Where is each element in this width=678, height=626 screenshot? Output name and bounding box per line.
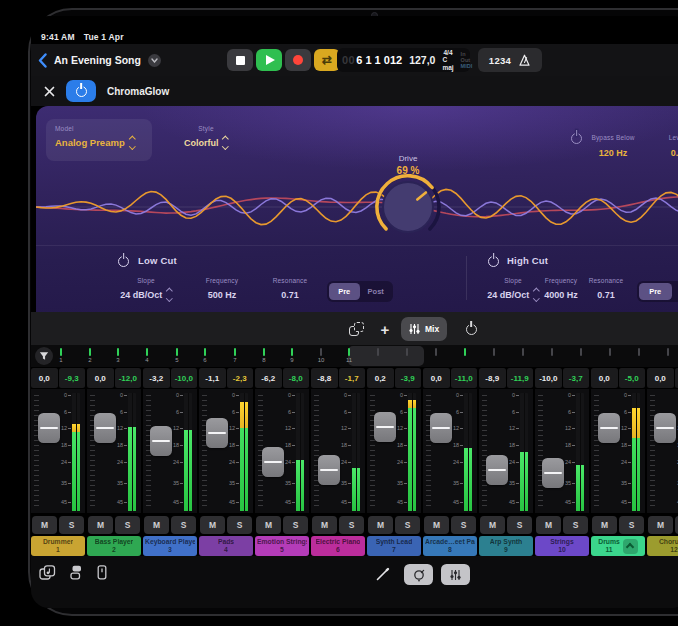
peak-value[interactable]: -11,9	[507, 368, 534, 388]
bar-ruler[interactable]: 1234567891011	[31, 345, 678, 367]
peak-value[interactable]: -11,0	[451, 368, 478, 388]
mute-button[interactable]: M	[648, 516, 673, 534]
back-chevron-icon[interactable]	[38, 53, 47, 68]
style-select[interactable]: Style Colorful	[158, 119, 254, 161]
fader-handle[interactable]	[262, 447, 284, 477]
controls-view-button[interactable]	[404, 564, 433, 585]
fader-handle[interactable]	[150, 426, 172, 456]
solo-button[interactable]: S	[507, 516, 532, 534]
peak-value[interactable]: -3,9	[395, 368, 422, 388]
post-button[interactable]: Post	[673, 283, 678, 300]
volume-value[interactable]: -6,2	[255, 368, 282, 388]
volume-value[interactable]: -10,0	[535, 368, 562, 388]
chain-power-button[interactable]	[459, 317, 483, 341]
add-plugin-button[interactable]: +	[373, 317, 397, 341]
mute-button[interactable]: M	[480, 516, 505, 534]
post-button[interactable]: Post	[361, 283, 392, 300]
song-title[interactable]: An Evening Song	[54, 54, 141, 66]
peak-value[interactable]: -1,7	[339, 368, 366, 388]
count-in-button[interactable]: 1234	[489, 55, 511, 66]
mute-button[interactable]: M	[592, 516, 617, 534]
high-cut-power-icon[interactable]	[488, 256, 499, 267]
peak-value[interactable]: -5,0	[619, 368, 646, 388]
volume-value[interactable]: -3,2	[143, 368, 170, 388]
fader-handle[interactable]	[38, 413, 60, 443]
peak-value[interactable]: -2,3	[227, 368, 254, 388]
low-cut-resonance[interactable]: Resonance 0.71	[255, 277, 325, 302]
close-icon[interactable]	[44, 86, 55, 97]
mute-button[interactable]: M	[32, 516, 57, 534]
solo-button[interactable]: S	[619, 516, 644, 534]
track-name-plate[interactable]: Emotion Strings5	[255, 536, 309, 556]
volume-value[interactable]: -8,8	[311, 368, 338, 388]
track-name-plate[interactable]: Strings10	[535, 536, 589, 556]
play-button[interactable]	[256, 49, 282, 71]
track-name-plate[interactable]: Arp Synth9	[479, 536, 533, 556]
solo-button[interactable]: S	[171, 516, 196, 534]
solo-button[interactable]: S	[451, 516, 476, 534]
track-name-plate[interactable]: Synth Lead7	[367, 536, 421, 556]
collapse-chevron-button[interactable]	[623, 539, 638, 554]
track-name-plate[interactable]: Chorus V12	[647, 536, 678, 556]
peak-value[interactable]: -9,3	[59, 368, 86, 388]
io-device-icon[interactable]	[96, 565, 108, 580]
duplicate-button[interactable]	[343, 317, 369, 341]
track-name-plate[interactable]: Keyboard Player3	[143, 536, 197, 556]
fader-handle[interactable]	[318, 455, 340, 485]
stop-button[interactable]	[227, 49, 253, 71]
peak-value[interactable]: -10,0	[171, 368, 198, 388]
mix-button[interactable]: Mix	[401, 317, 447, 341]
fader-handle[interactable]	[374, 412, 396, 442]
track-name-plate[interactable]: Electric Piano6	[311, 536, 365, 556]
plugins-icon[interactable]	[69, 565, 83, 580]
volume-value[interactable]: 0,0	[647, 368, 674, 388]
drive-knob[interactable]	[368, 167, 448, 247]
fader-handle[interactable]	[94, 413, 116, 443]
low-cut-power-icon[interactable]	[118, 256, 129, 267]
level-control[interactable]: Level 0.0	[649, 126, 678, 158]
solo-button[interactable]: S	[339, 516, 364, 534]
track-name-plate[interactable]: Drummer1	[31, 536, 85, 556]
solo-button[interactable]: S	[227, 516, 252, 534]
lcd-display[interactable]: 00 6 1 1 012 127,0 4/4 C maj In Out MIDI	[337, 48, 470, 72]
low-cut-slope[interactable]: Slope 24 dB/Oct	[111, 277, 181, 302]
volume-value[interactable]: 0,0	[87, 368, 114, 388]
peak-value[interactable]: -3,7	[563, 368, 590, 388]
volume-value[interactable]: -8,9	[479, 368, 506, 388]
plugin-power-button[interactable]	[66, 80, 96, 102]
pre-button[interactable]: Pre	[329, 283, 360, 300]
mute-button[interactable]: M	[256, 516, 281, 534]
peak-value[interactable]: -12,0	[115, 368, 142, 388]
track-name-plate[interactable]: Bass Player2	[87, 536, 141, 556]
edit-pencil-icon[interactable]	[375, 567, 390, 582]
solo-button[interactable]: S	[59, 516, 84, 534]
fader-handle[interactable]	[654, 413, 676, 443]
track-name-plate[interactable]: Arcade…eet Pad8	[423, 536, 477, 556]
peak-value[interactable]	[675, 368, 678, 388]
model-select[interactable]: Model Analog Preamp	[46, 119, 152, 161]
mute-button[interactable]: M	[536, 516, 561, 534]
solo-button[interactable]: S	[115, 516, 140, 534]
mute-button[interactable]: M	[144, 516, 169, 534]
fader-handle[interactable]	[430, 413, 452, 443]
fader-handle[interactable]	[542, 458, 564, 488]
volume-value[interactable]: 0,2	[367, 368, 394, 388]
mute-button[interactable]: M	[312, 516, 337, 534]
mute-button[interactable]: M	[88, 516, 113, 534]
fader-handle[interactable]	[598, 413, 620, 443]
bypass-control[interactable]: Bypass Below 120 Hz	[573, 126, 653, 158]
filter-button[interactable]	[35, 347, 53, 365]
solo-button[interactable]: S	[563, 516, 588, 534]
volume-value[interactable]: 0,0	[31, 368, 58, 388]
pre-button[interactable]: Pre	[639, 283, 672, 300]
mute-button[interactable]: M	[368, 516, 393, 534]
high-cut-resonance[interactable]: Resonance 0.71	[571, 277, 641, 302]
mute-button[interactable]: M	[200, 516, 225, 534]
browser-icon[interactable]	[39, 565, 56, 580]
fader-handle[interactable]	[486, 455, 508, 485]
volume-value[interactable]: -1,1	[199, 368, 226, 388]
peak-value[interactable]: -8,0	[283, 368, 310, 388]
solo-button[interactable]: S	[283, 516, 308, 534]
volume-value[interactable]: 0,0	[423, 368, 450, 388]
track-name-plate[interactable]: Drums11	[591, 536, 645, 556]
